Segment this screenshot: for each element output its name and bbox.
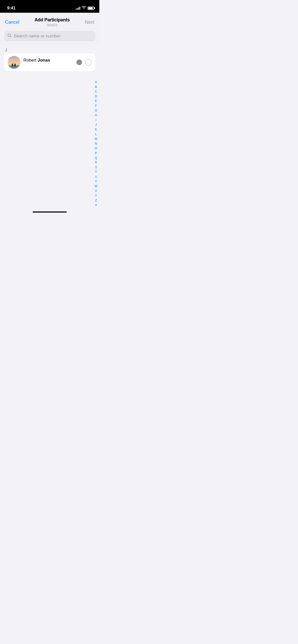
alpha-y[interactable]: Y xyxy=(94,193,98,198)
alpha-d[interactable]: D xyxy=(94,94,98,99)
status-time: 9:41 xyxy=(7,6,16,11)
alpha-hash[interactable]: # xyxy=(94,203,98,208)
next-button[interactable]: Next xyxy=(85,20,94,25)
alpha-m[interactable]: M xyxy=(94,137,98,141)
cancel-button[interactable]: Cancel xyxy=(5,20,19,25)
alpha-h[interactable]: H xyxy=(94,113,98,118)
contact-subtitle: - xyxy=(23,63,73,67)
alpha-s[interactable]: S xyxy=(94,165,98,170)
section-header-j: J xyxy=(0,47,99,53)
contact-name: Robert Jonas xyxy=(23,58,73,63)
search-bar xyxy=(4,31,95,41)
battery-icon xyxy=(88,7,94,10)
home-indicator xyxy=(33,211,67,213)
svg-point-5 xyxy=(12,64,13,65)
contacts-list: J xyxy=(0,44,99,211)
search-input[interactable] xyxy=(14,34,92,39)
participant-count: 0/1023 xyxy=(34,23,70,27)
alpha-j[interactable]: J xyxy=(94,122,98,127)
svg-rect-3 xyxy=(8,65,20,69)
alpha-u[interactable]: U xyxy=(94,174,98,179)
alpha-w[interactable]: W xyxy=(94,184,98,189)
alpha-i[interactable]: I xyxy=(94,118,98,123)
avatar xyxy=(8,56,20,69)
alpha-g[interactable]: G xyxy=(94,108,98,113)
alpha-a[interactable]: A xyxy=(94,80,98,85)
alpha-q[interactable]: Q xyxy=(94,156,98,160)
alpha-z[interactable]: Z xyxy=(94,198,98,203)
alpha-b[interactable]: B xyxy=(94,85,98,90)
contact-row[interactable]: Robert Jonas - xyxy=(4,53,95,71)
status-icons xyxy=(76,6,94,10)
page-title: Add Participants xyxy=(34,17,70,23)
wifi-icon xyxy=(82,6,86,10)
contact-first-name: Robert xyxy=(23,58,38,63)
search-icon xyxy=(8,34,12,39)
alpha-r[interactable]: R xyxy=(94,160,98,165)
alpha-k[interactable]: K xyxy=(94,127,98,132)
selected-indicator xyxy=(76,60,82,65)
signal-icon xyxy=(76,7,80,10)
alpha-l[interactable]: L xyxy=(94,132,98,137)
select-radio[interactable] xyxy=(85,59,92,66)
alpha-e[interactable]: E xyxy=(94,99,98,104)
alpha-p[interactable]: P xyxy=(94,151,98,156)
alpha-o[interactable]: O xyxy=(94,146,98,151)
svg-point-7 xyxy=(15,64,16,65)
alpha-f[interactable]: F xyxy=(94,104,98,108)
status-bar: 9:41 xyxy=(0,0,99,13)
header-center: Add Participants 0/1023 xyxy=(34,17,70,27)
nav-header: Cancel Add Participants 0/1023 Next xyxy=(0,13,99,29)
alpha-n[interactable]: N xyxy=(94,141,98,146)
main-container: Cancel Add Participants 0/1023 Next J xyxy=(0,13,99,215)
contact-info: Robert Jonas - xyxy=(23,58,73,67)
search-container xyxy=(0,29,99,44)
contact-last-name: Jonas xyxy=(38,58,50,63)
alpha-c[interactable]: C xyxy=(94,89,98,94)
alpha-x[interactable]: X xyxy=(94,189,98,194)
alpha-t[interactable]: T xyxy=(94,170,98,174)
alpha-index: A B C D E F G H I J K L M N O P Q R S T … xyxy=(94,80,98,208)
alpha-v[interactable]: V xyxy=(94,179,98,184)
